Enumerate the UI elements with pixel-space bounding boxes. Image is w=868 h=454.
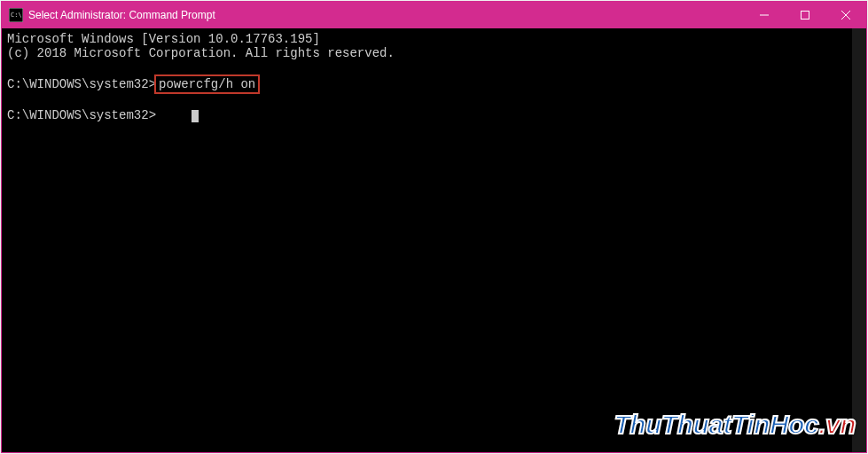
window-title: Select Administrator: Command Prompt [28, 9, 215, 21]
terminal-line [7, 94, 861, 108]
cmd-icon: C:\ [9, 8, 23, 22]
terminal-line [7, 60, 861, 74]
prompt-prefix: C:\WINDOWS\system32> [7, 77, 156, 91]
prompt-prefix: C:\WINDOWS\system32> [7, 108, 156, 122]
minimize-button[interactable] [744, 2, 785, 28]
window-controls [744, 2, 866, 28]
cursor-icon [192, 110, 199, 122]
terminal-line: (c) 2018 Microsoft Corporation. All righ… [7, 46, 861, 60]
svg-text:C:\: C:\ [11, 12, 22, 19]
terminal-prompt-line: C:\WINDOWS\system32>powercfg/h on [7, 74, 861, 94]
maximize-button[interactable] [785, 2, 825, 28]
terminal-line: Microsoft Windows [Version 10.0.17763.19… [7, 32, 861, 46]
titlebar[interactable]: C:\ Select Administrator: Command Prompt [2, 2, 866, 28]
terminal-prompt-line: C:\WINDOWS\system32> [7, 108, 861, 122]
close-button[interactable] [825, 2, 866, 28]
svg-rect-3 [802, 12, 809, 20]
command-prompt-window: C:\ Select Administrator: Command Prompt… [1, 1, 867, 453]
terminal-body[interactable]: Microsoft Windows [Version 10.0.17763.19… [2, 28, 866, 452]
highlighted-command: powercfg/h on [154, 74, 260, 94]
scrollbar[interactable] [852, 28, 866, 452]
